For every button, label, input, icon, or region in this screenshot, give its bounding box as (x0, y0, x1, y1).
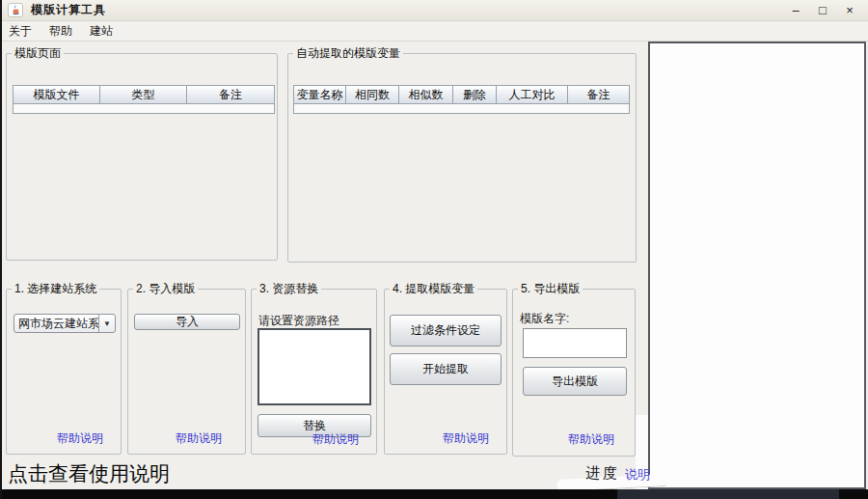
export-template-button[interactable]: 导出模版 (523, 367, 627, 396)
menu-site-build[interactable]: 建站 (81, 21, 122, 42)
column-header-variable-name[interactable]: 变量名称 (294, 86, 346, 104)
step1-title: 1. 选择建站系统 (12, 281, 99, 297)
step2-help-link[interactable]: 帮助说明 (176, 430, 222, 447)
progress-partial-text: 说明 (625, 466, 650, 484)
preview-panel (648, 42, 866, 489)
auto-variables-table: 变量名称 相同数 相似数 删除 人工对比 备注 (293, 85, 630, 114)
column-header-remark[interactable]: 备注 (187, 86, 274, 104)
auto-variables-table-body (294, 104, 629, 113)
column-header-template-file[interactable]: 模版文件 (14, 86, 100, 104)
step5-help-link[interactable]: 帮助说明 (568, 431, 614, 448)
menu-about[interactable]: 关于 (0, 21, 41, 42)
site-system-select[interactable]: 网市场云建站系... ▼ (14, 314, 116, 333)
menu-bar: 关于 帮助 建站 (0, 22, 868, 42)
bottom-black-bar (0, 489, 868, 499)
minimize-button[interactable]: – (789, 3, 802, 17)
menu-help[interactable]: 帮助 (41, 21, 81, 42)
usage-instructions-link[interactable]: 点击查看使用说明 (8, 460, 170, 487)
filter-settings-button[interactable]: 过滤条件设定 (390, 315, 502, 347)
resource-path-textarea[interactable] (258, 328, 371, 405)
step1-help-link[interactable]: 帮助说明 (57, 430, 103, 447)
close-button[interactable]: × (843, 3, 856, 17)
window-left-border (0, 0, 2, 499)
group-step3-resource-replace: 3. 资源替换 请设置资源路径 替换 帮助说明 (251, 281, 377, 455)
step4-help-link[interactable]: 帮助说明 (443, 430, 489, 447)
import-button[interactable]: 导入 (134, 314, 240, 330)
group-template-pages-title: 模版页面 (12, 45, 64, 62)
column-header-remark2[interactable]: 备注 (568, 86, 629, 104)
group-auto-variables-title: 自动提取的模版变量 (293, 45, 403, 62)
auto-variables-table-header: 变量名称 相同数 相似数 删除 人工对比 备注 (294, 86, 629, 104)
group-step5-export: 5. 导出模版 模版名字: 导出模版 帮助说明 (512, 281, 636, 457)
chevron-down-icon[interactable]: ▼ (98, 315, 115, 332)
java-app-icon (8, 3, 23, 17)
group-auto-variables: 自动提取的模版变量 变量名称 相同数 相似数 删除 人工对比 备注 (287, 45, 637, 263)
column-header-manual-compare[interactable]: 人工对比 (497, 86, 568, 104)
title-bar: 模版计算工具 – □ × (0, 0, 868, 21)
group-step4-extract-variables: 4. 提取模版变量 过滤条件设定 开始提取 帮助说明 (384, 281, 507, 455)
bottom-bar-segment (617, 489, 839, 499)
column-header-type[interactable]: 类型 (100, 86, 187, 104)
template-pages-table-header: 模版文件 类型 备注 (14, 86, 274, 104)
group-step1-select-system: 1. 选择建站系统 网市场云建站系... ▼ 帮助说明 (6, 281, 122, 455)
template-name-label: 模版名字: (520, 311, 569, 327)
template-pages-table-body (14, 104, 274, 113)
step3-help-link[interactable]: 帮助说明 (312, 431, 359, 448)
step3-title: 3. 资源替换 (257, 281, 321, 297)
start-extract-button[interactable]: 开始提取 (390, 353, 502, 385)
column-header-same-count[interactable]: 相同数 (346, 86, 399, 104)
step2-title: 2. 导入模版 (133, 281, 198, 297)
column-header-delete[interactable]: 删除 (453, 86, 497, 104)
column-header-similar-count[interactable]: 相似数 (399, 86, 453, 104)
step4-title: 4. 提取模版变量 (390, 281, 477, 297)
resource-path-hint: 请设置资源路径 (258, 313, 339, 329)
group-template-pages: 模版页面 模版文件 类型 备注 (6, 45, 278, 261)
site-system-select-value: 网市场云建站系... (14, 315, 98, 332)
template-pages-table: 模版文件 类型 备注 (13, 85, 275, 114)
window-title: 模版计算工具 (31, 2, 106, 18)
step5-title: 5. 导出模版 (518, 281, 583, 297)
group-step2-import: 2. 导入模版 导入 帮助说明 (127, 281, 246, 455)
progress-label: 进度 (585, 464, 620, 483)
template-name-input[interactable] (523, 328, 627, 358)
maximize-button[interactable]: □ (816, 3, 829, 17)
coffee-cup-icon (11, 5, 21, 15)
